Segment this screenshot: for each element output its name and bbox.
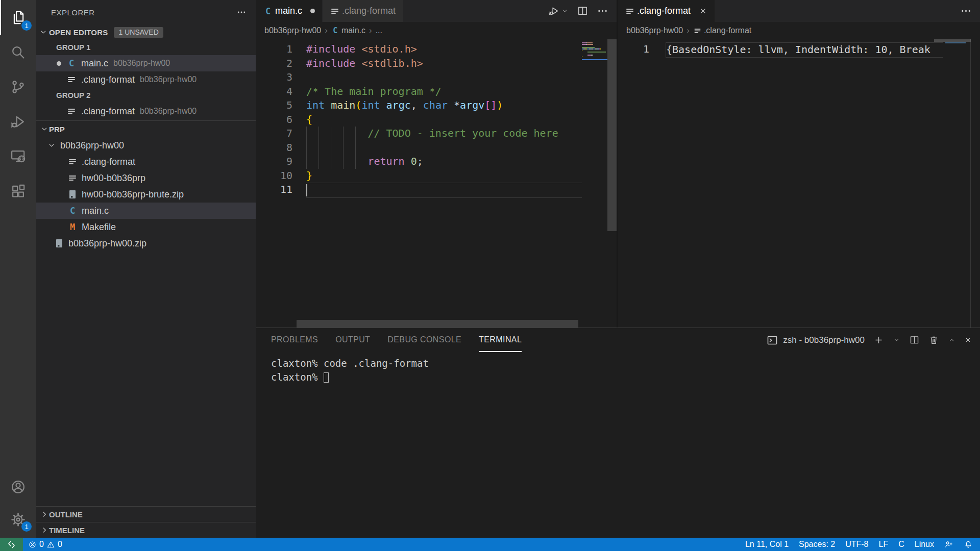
- breadcrumb-item[interactable]: b0b36prp-hw00: [626, 26, 683, 35]
- activity-item-search[interactable]: [0, 35, 36, 69]
- tree-item-label: hw00-b0b36prp: [82, 173, 145, 184]
- code-line-10[interactable]: }: [306, 169, 582, 183]
- code-token: char: [423, 99, 448, 111]
- code-line-9[interactable]: return 0;: [306, 155, 582, 169]
- tab-.clang-format[interactable]: .clang-format: [618, 0, 715, 22]
- remote-indicator[interactable]: [0, 538, 23, 551]
- activity-item-source-control[interactable]: [0, 69, 36, 104]
- tree-item-label: b0b36prp-hw00.zip: [68, 238, 146, 249]
- code-line-1[interactable]: #include <stdio.h>: [306, 42, 582, 57]
- activity-item-extensions[interactable]: [0, 173, 36, 208]
- open-editor-.clang-format[interactable]: .clang-formatb0b36prp-hw00: [36, 103, 256, 119]
- open-editor-filename: .clang-format: [81, 74, 135, 85]
- code-line-8[interactable]: [306, 141, 582, 155]
- terminal-text: claxton%: [271, 371, 318, 383]
- split-terminal-button[interactable]: [909, 335, 920, 345]
- code-line-3[interactable]: [306, 70, 582, 85]
- activity-item-accounts[interactable]: [0, 470, 36, 503]
- split-icon: [909, 335, 920, 345]
- breadcrumb-item[interactable]: ...: [376, 26, 382, 35]
- notifications-bell-button[interactable]: [959, 538, 980, 551]
- code-line-5[interactable]: int main(int argc, char *argv[]): [306, 98, 582, 113]
- tab-main.c[interactable]: Cmain.c: [256, 0, 323, 22]
- code-token: }: [306, 169, 312, 182]
- minimap-token: [582, 47, 595, 48]
- encoding-status[interactable]: UTF-8: [840, 538, 873, 551]
- code-line-6[interactable]: {: [306, 113, 582, 127]
- activity-item-run-and-debug[interactable]: [0, 104, 36, 139]
- scrollbar-thumb[interactable]: [297, 320, 578, 328]
- c-file-icon: C: [331, 26, 339, 35]
- indentation-status[interactable]: Spaces: 2: [794, 538, 840, 551]
- tree-item-b0b36prp-hw00.zip[interactable]: b0b36prp-hw00.zip: [36, 235, 256, 252]
- tree-item-main.c[interactable]: Cmain.c: [36, 203, 256, 219]
- line-number: 6: [256, 113, 292, 127]
- list-file-icon: [625, 6, 635, 16]
- code-line-4[interactable]: /* The main program */: [306, 85, 582, 99]
- feedback-button[interactable]: [939, 538, 959, 551]
- scrollbar-thumb[interactable]: [607, 39, 617, 231]
- list-file-icon: [330, 6, 340, 16]
- cursor-position-status[interactable]: Ln 11, Col 1: [740, 538, 794, 551]
- panel-tab-terminal[interactable]: TERMINAL: [479, 328, 522, 352]
- tree-folder-label: b0b36prp-hw00: [60, 140, 124, 151]
- status-bar: 00Ln 11, Col 1Spaces: 2UTF-8LFCLinux: [0, 538, 980, 551]
- tree-section-header[interactable]: PRP: [36, 120, 256, 137]
- tree-folder-b0b36prp-hw00[interactable]: b0b36prp-hw00: [36, 137, 256, 154]
- terminal-line: claxton% code .clang-format: [271, 357, 980, 370]
- sidebar-panel-outline[interactable]: OUTLINE: [36, 506, 256, 522]
- vertical-scrollbar[interactable]: [970, 39, 980, 328]
- minimap[interactable]: [582, 39, 607, 320]
- tab-label: .clang-format: [637, 6, 691, 16]
- code-line-2[interactable]: #include <stdlib.h>: [306, 57, 582, 71]
- kill-terminal-button[interactable]: [928, 335, 939, 345]
- minimap-line: [582, 48, 607, 49]
- close-panel-button[interactable]: [964, 336, 972, 344]
- launch-profile-button[interactable]: [893, 336, 900, 344]
- open-editor-.clang-format[interactable]: .clang-formatb0b36prp-hw00: [36, 71, 256, 88]
- panel-tab-problems[interactable]: PROBLEMS: [271, 328, 318, 352]
- problems-status[interactable]: 00: [23, 538, 67, 551]
- vertical-scrollbar[interactable]: [607, 39, 617, 320]
- tree-item-hw00-b0b36prp-brute.zip[interactable]: hw00-b0b36prp-brute.zip: [36, 186, 256, 203]
- tree-item-hw00-b0b36prp[interactable]: hw00-b0b36prp: [36, 170, 256, 186]
- open-editors-group-label: GROUP 2: [36, 91, 90, 99]
- tree-item-Makefile[interactable]: MMakefile: [36, 219, 256, 235]
- maximize-panel-button[interactable]: [948, 336, 955, 344]
- open-editor-filename: main.c: [81, 58, 108, 69]
- terminal-content[interactable]: claxton% code .clang-formatclaxton%: [256, 352, 980, 384]
- horizontal-scrollbar[interactable]: [256, 320, 617, 328]
- chevron-down-icon: [40, 124, 49, 134]
- eol-status[interactable]: LF: [874, 538, 894, 551]
- tab-.clang-format[interactable]: .clang-format: [323, 0, 403, 22]
- minimap[interactable]: [945, 39, 971, 328]
- run-or-debug-button[interactable]: [548, 5, 569, 17]
- editor-more-actions-button[interactable]: [960, 5, 972, 17]
- panel-tab-debug-console[interactable]: DEBUG CONSOLE: [387, 328, 461, 352]
- code-token: [380, 99, 386, 111]
- activity-item-explorer[interactable]: 1: [0, 0, 36, 35]
- line-number: 9: [256, 155, 292, 169]
- breadcrumb-item[interactable]: .clang-format: [693, 26, 751, 35]
- code-line-7[interactable]: // TODO - insert your code here: [306, 127, 582, 141]
- open-editors-header[interactable]: OPEN EDITORS 1 UNSAVED: [36, 24, 256, 40]
- editor-more-actions-button[interactable]: [597, 5, 608, 17]
- open-editor-main.c[interactable]: Cmain.cb0b36prp-hw00: [36, 55, 256, 71]
- terminal-selector[interactable]: zsh - b0b36prp-hw00: [766, 334, 865, 346]
- tree-item-.clang-format[interactable]: .clang-format: [36, 154, 256, 170]
- sidebar-panel-timeline[interactable]: TIMELINE: [36, 522, 256, 538]
- split-editor-button[interactable]: [577, 5, 589, 17]
- sidebar-more-actions-button[interactable]: [236, 7, 247, 17]
- language-mode-status[interactable]: C: [893, 538, 910, 551]
- breadcrumb-item[interactable]: Cmain.c: [331, 26, 365, 35]
- remote-os-status[interactable]: Linux: [910, 538, 939, 551]
- activity-item-remote-explorer[interactable]: [0, 139, 36, 173]
- breadcrumb-item[interactable]: b0b36prp-hw00: [264, 26, 321, 35]
- code-line-11[interactable]: [306, 183, 582, 198]
- activity-item-settings[interactable]: 1: [0, 503, 36, 536]
- code-line-1[interactable]: {BasedOnStyle: llvm, IndentWidth: 10, Br…: [666, 42, 943, 58]
- new-terminal-button[interactable]: [873, 335, 884, 345]
- code-token: *: [448, 99, 460, 111]
- error-count: 0: [39, 540, 44, 549]
- panel-tab-output[interactable]: OUTPUT: [335, 328, 370, 352]
